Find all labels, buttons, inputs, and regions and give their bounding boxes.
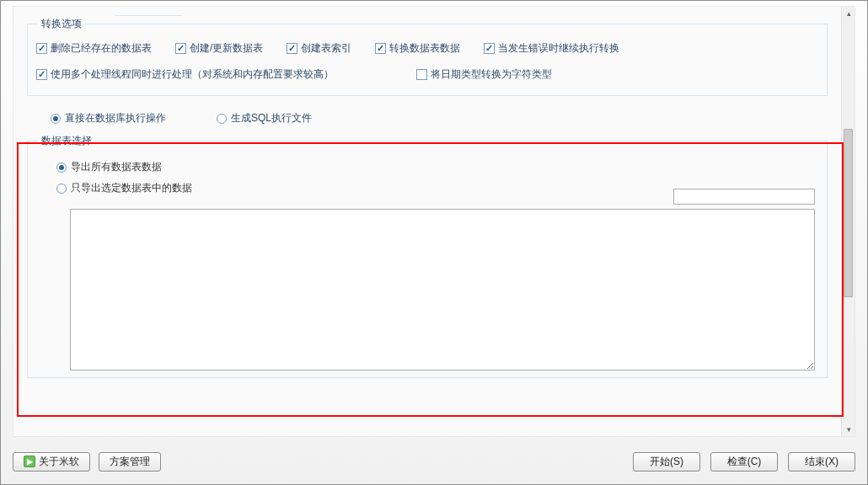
check-button[interactable]: 检查(C) [710, 452, 778, 472]
checkbox-icon [36, 43, 47, 54]
checkbox-create-update-tables[interactable]: 创建/更新数据表 [175, 41, 263, 56]
radio-icon [51, 114, 61, 124]
checkbox-create-index[interactable]: 创建表索引 [287, 41, 351, 56]
play-icon: ▶ [24, 456, 35, 467]
content-area: 转换选项 删除已经存在的数据表 创建/更新数据表 创建表索引 [13, 6, 855, 437]
inner-content: 转换选项 删除已经存在的数据表 创建/更新数据表 创建表索引 [13, 7, 841, 436]
radio-icon [217, 114, 227, 124]
radio-generate-sql-file[interactable]: 生成SQL执行文件 [217, 111, 312, 125]
scroll-thumb[interactable] [844, 129, 853, 297]
start-button[interactable]: 开始(S) [633, 452, 700, 472]
checkbox-date-to-string[interactable]: 将日期类型转换为字符类型 [416, 67, 552, 82]
radio-icon [56, 163, 67, 173]
button-label: 关于米软 [39, 455, 79, 469]
bottom-button-bar: ▶ 关于米软 方案管理 开始(S) 检查(C) 结束(X) [13, 449, 855, 474]
scroll-down-arrow-icon[interactable]: ▾ [842, 423, 855, 436]
button-label: 方案管理 [110, 455, 150, 469]
checkbox-label: 将日期类型转换为字符类型 [431, 67, 552, 82]
checkbox-icon [375, 43, 386, 54]
checkbox-multi-thread[interactable]: 使用多个处理线程同时进行处理（对系统和内存配置要求较高） [36, 67, 334, 82]
checkbox-label: 创建/更新数据表 [190, 41, 263, 56]
radio-label: 导出所有数据表数据 [71, 160, 162, 174]
radio-exec-in-db[interactable]: 直接在数据库执行操作 [51, 111, 166, 125]
button-label: 开始(S) [650, 455, 683, 469]
checkbox-convert-table-data[interactable]: 转换数据表数据 [375, 41, 460, 56]
table-select-fieldset: 数据表选择 导出所有数据表数据 只导出选定数据表中的数据 [27, 134, 828, 378]
radio-icon [56, 184, 67, 194]
checkbox-label: 转换数据表数据 [389, 41, 460, 56]
scroll-up-arrow-icon[interactable]: ▴ [842, 7, 855, 20]
radio-label: 只导出选定数据表中的数据 [71, 181, 192, 195]
checkbox-icon [416, 69, 427, 80]
checkbox-icon [36, 69, 47, 80]
checkbox-continue-on-error[interactable]: 当发生错误时继续执行转换 [484, 41, 619, 56]
left-button-group: ▶ 关于米软 方案管理 [13, 452, 161, 472]
convert-options-row-2: 使用多个处理线程同时进行处理（对系统和内存配置要求较高） 将日期类型转换为字符类… [36, 67, 818, 82]
convert-options-row-1: 删除已经存在的数据表 创建/更新数据表 创建表索引 转换数据表数据 [36, 41, 818, 56]
checkbox-icon [484, 43, 495, 54]
checkbox-label: 创建表索引 [301, 41, 351, 56]
right-button-group: 开始(S) 检查(C) 结束(X) [633, 452, 855, 472]
radio-export-all-tables[interactable]: 导出所有数据表数据 [56, 160, 818, 174]
convert-options-legend: 转换选项 [38, 17, 85, 31]
checkbox-icon [287, 43, 297, 54]
plan-management-button[interactable]: 方案管理 [99, 452, 161, 472]
table-filter-input[interactable] [673, 189, 815, 205]
end-button[interactable]: 结束(X) [788, 452, 855, 472]
vertical-scrollbar[interactable]: ▴ ▾ [841, 7, 855, 436]
button-label: 结束(X) [805, 455, 839, 469]
table-select-legend: 数据表选择 [38, 134, 95, 148]
radio-label: 生成SQL执行文件 [231, 111, 312, 125]
exec-mode-row: 直接在数据库执行操作 生成SQL执行文件 [51, 111, 821, 125]
table-list-textarea[interactable] [70, 209, 815, 370]
checkbox-label: 删除已经存在的数据表 [51, 41, 152, 56]
checkbox-delete-existing-tables[interactable]: 删除已经存在的数据表 [36, 41, 152, 56]
checkbox-icon [175, 43, 186, 54]
convert-options-fieldset: 转换选项 删除已经存在的数据表 创建/更新数据表 创建表索引 [27, 17, 828, 96]
top-fragment-line [115, 15, 182, 16]
radio-label: 直接在数据库执行操作 [65, 111, 166, 125]
checkbox-label: 当发生错误时继续执行转换 [498, 41, 619, 56]
checkbox-label: 使用多个处理线程同时进行处理（对系统和内存配置要求较高） [51, 67, 334, 82]
button-label: 检查(C) [727, 455, 762, 469]
about-button[interactable]: ▶ 关于米软 [13, 452, 90, 472]
dialog-window: 转换选项 删除已经存在的数据表 创建/更新数据表 创建表索引 [0, 0, 868, 485]
